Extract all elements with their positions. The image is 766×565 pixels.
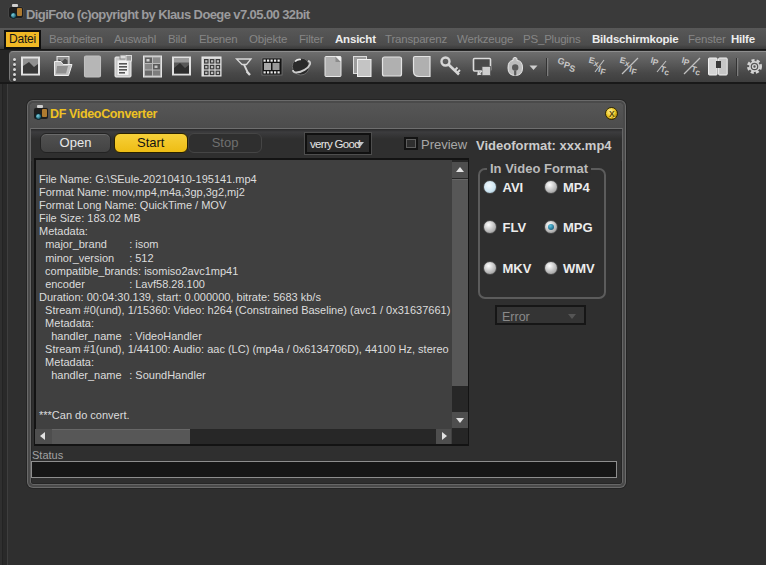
svg-text:IF: IF — [597, 64, 607, 77]
svg-text:Tc: Tc — [659, 64, 671, 78]
svg-text:IP: IP — [680, 55, 691, 68]
svg-text:GPS: GPS — [555, 56, 577, 75]
svg-text:IP: IP — [649, 55, 660, 68]
